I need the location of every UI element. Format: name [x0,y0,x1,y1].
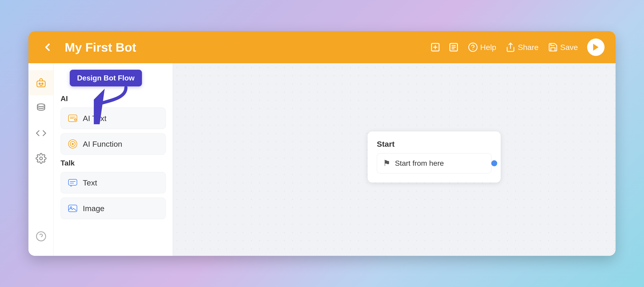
header-title: My First Bot [65,40,421,54]
edit-icon-btn[interactable] [430,42,440,52]
flag-icon: ⚑ [383,158,390,168]
svg-rect-18 [68,179,77,185]
panel-item-ai-text[interactable]: AI Text [60,107,166,129]
svg-point-7 [42,83,43,84]
design-bot-flow-badge[interactable]: Design Bot Flow [70,70,142,86]
main-content: Design Bot Flow AI [28,63,616,256]
ai-function-icon [67,138,78,149]
panel-item-image[interactable]: Image [60,198,166,219]
svg-marker-4 [593,44,598,51]
start-node: Start ⚑ Start from here [368,131,501,183]
app-window: My First Bot [28,31,616,256]
section-ai-label: AI [60,94,166,103]
image-label: Image [83,204,104,213]
sidebar-item-help[interactable] [28,224,54,249]
variable-icon-btn[interactable] [448,42,459,52]
run-button[interactable] [587,38,604,56]
sidebar-item-bot[interactable] [28,70,54,95]
sidebar [28,63,54,256]
section-talk-label: Talk [60,159,166,167]
header-center-icons [430,42,459,52]
ai-function-label: AI Function [83,140,122,149]
text-label: Text [83,178,97,187]
svg-point-9 [38,104,45,107]
panel-item-text[interactable]: Text [60,172,166,194]
sidebar-item-data[interactable] [28,95,54,121]
text-icon [67,177,78,188]
svg-point-17 [72,143,74,145]
header-right-actions: Help Share Save [468,38,604,56]
svg-point-10 [40,157,42,160]
badge-area: Design Bot Flow [60,71,166,90]
help-button[interactable]: Help [468,42,496,52]
svg-point-6 [39,83,40,84]
share-button[interactable]: Share [506,42,539,52]
panel: Design Bot Flow AI [54,63,173,256]
ai-text-label: AI Text [83,114,106,123]
panel-item-ai-function[interactable]: AI Function [60,133,166,155]
sidebar-item-code[interactable] [28,121,54,146]
share-label: Share [518,43,539,52]
save-button[interactable]: Save [548,42,578,52]
node-connector[interactable] [491,160,497,166]
start-node-title: Start [377,140,492,149]
canvas: Start ⚑ Start from here [173,63,616,256]
image-icon [67,203,78,214]
svg-rect-5 [37,81,45,87]
back-button[interactable] [40,39,56,55]
help-label: Help [480,43,496,52]
start-from-here-label: Start from here [395,159,444,168]
ai-text-icon [67,113,78,124]
sidebar-item-settings[interactable] [28,146,54,171]
header: My First Bot [28,31,616,63]
start-node-item[interactable]: ⚑ Start from here [377,153,492,173]
svg-point-11 [36,232,46,241]
save-label: Save [560,43,578,52]
